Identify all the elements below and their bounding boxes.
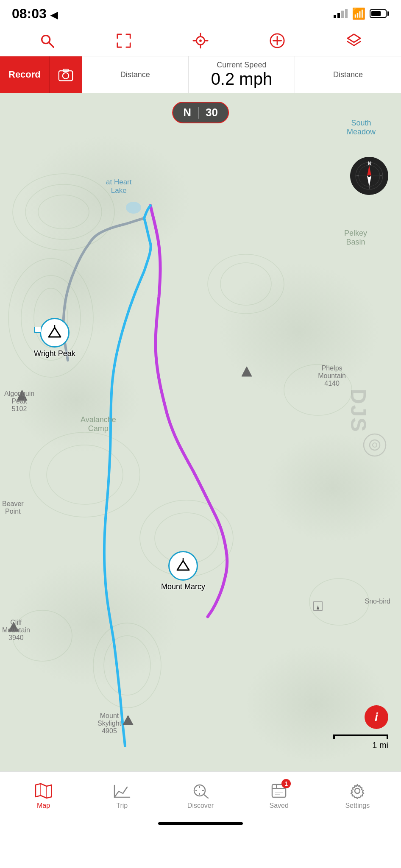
wifi-icon: 📶 bbox=[352, 7, 365, 20]
svg-line-62 bbox=[203, 794, 208, 798]
map-icon bbox=[35, 782, 52, 799]
compass-rose: N bbox=[350, 157, 388, 195]
svg-line-1 bbox=[48, 42, 53, 47]
signal-icon bbox=[334, 9, 348, 18]
expand-button[interactable] bbox=[114, 31, 134, 51]
toolbar bbox=[0, 25, 401, 56]
map-label-snobird: Sno-bird bbox=[365, 598, 390, 605]
info-button[interactable]: i bbox=[365, 705, 388, 729]
map-label-beaver: BeaverPoint bbox=[2, 500, 24, 515]
map-container[interactable]: DJS N 30 N bbox=[0, 93, 401, 771]
saved-badge: 1 bbox=[281, 779, 291, 788]
status-bar: 08:03 ◀ 📶 bbox=[0, 0, 401, 25]
layers-button[interactable] bbox=[344, 31, 364, 51]
settings-icon bbox=[349, 782, 366, 799]
map-label-avalanche: AvalancheCamp bbox=[81, 415, 116, 433]
discover-icon bbox=[192, 782, 209, 799]
add-button[interactable] bbox=[267, 31, 287, 51]
nav-label-settings: Settings bbox=[345, 802, 370, 810]
svg-marker-11 bbox=[348, 34, 360, 42]
map-label-heart-lake: at HeartLake bbox=[106, 178, 131, 195]
saved-icon: 1 bbox=[270, 782, 287, 799]
stat-right-label: Distance bbox=[333, 70, 363, 79]
nav-item-trip[interactable]: Trip bbox=[105, 782, 139, 810]
trip-icon bbox=[114, 782, 131, 799]
stat-center-label: Current Speed bbox=[217, 61, 266, 70]
nav-label-discover: Discover bbox=[187, 802, 214, 810]
nav-item-saved[interactable]: 1 Saved bbox=[262, 782, 296, 810]
compass-zoom: 30 bbox=[206, 106, 218, 119]
scale-bar: 1 mi bbox=[333, 734, 388, 750]
nav-item-map[interactable]: Map bbox=[27, 782, 61, 810]
record-button[interactable]: Record bbox=[0, 56, 49, 93]
camera-button[interactable] bbox=[49, 56, 82, 93]
wright-peak-label: Wright Peak bbox=[34, 349, 75, 358]
status-icons: 📶 bbox=[334, 7, 389, 20]
map-label-phelps: PhelpsMountain4140 bbox=[318, 364, 346, 387]
map-label-pelkey-basin: PelkeyBasin bbox=[344, 229, 367, 247]
mount-marcy-label: Mount Marcy bbox=[161, 582, 205, 591]
nav-item-discover[interactable]: Discover bbox=[184, 782, 217, 810]
svg-marker-38 bbox=[317, 605, 319, 609]
locate-button[interactable] bbox=[190, 31, 211, 51]
action-bar: Record Distance Current Speed 0.2 mph Di… bbox=[0, 56, 401, 93]
compass-direction: N bbox=[183, 106, 191, 119]
svg-marker-52 bbox=[49, 328, 61, 337]
trails-svg bbox=[0, 93, 401, 771]
nav-label-trip: Trip bbox=[116, 802, 128, 810]
svg-marker-36 bbox=[123, 715, 133, 725]
svg-marker-54 bbox=[177, 561, 189, 570]
compass-indicator: N 30 bbox=[172, 102, 229, 123]
nav-item-settings[interactable]: Settings bbox=[340, 782, 374, 810]
mount-marcy-circle bbox=[168, 551, 198, 581]
stats-area: Distance Current Speed 0.2 mph Distance bbox=[82, 56, 401, 93]
bottom-nav: Map Trip Discover bbox=[0, 771, 401, 818]
map-label-south-meadow: SouthMeadow bbox=[347, 119, 376, 136]
status-time: 08:03 ◀ bbox=[12, 6, 58, 22]
stat-right: Distance bbox=[295, 56, 401, 93]
stat-left-label: Distance bbox=[120, 70, 150, 79]
search-button[interactable] bbox=[37, 31, 57, 51]
svg-marker-56 bbox=[36, 784, 52, 798]
battery-icon bbox=[370, 9, 389, 18]
svg-point-72 bbox=[355, 788, 360, 793]
stat-center-value: 0.2 mph bbox=[211, 70, 273, 89]
svg-marker-34 bbox=[242, 367, 252, 376]
map-label-algonquin: AlgonquinPeak5102 bbox=[4, 390, 34, 413]
svg-point-13 bbox=[63, 73, 69, 79]
wright-peak-circle bbox=[40, 318, 70, 348]
svg-point-32 bbox=[126, 202, 141, 214]
svg-point-3 bbox=[199, 39, 202, 42]
marker-mount-marcy[interactable]: Mount Marcy bbox=[161, 551, 205, 591]
marker-wright-peak[interactable]: Wright Peak bbox=[34, 318, 75, 358]
map-label-skylight: MountSkylight4905 bbox=[97, 712, 121, 735]
stat-left: Distance bbox=[82, 56, 188, 93]
scale-label: 1 mi bbox=[372, 740, 388, 750]
map-label-cliff: CliffMountain3940 bbox=[2, 619, 30, 642]
home-indicator bbox=[158, 822, 243, 825]
stat-center: Current Speed 0.2 mph bbox=[188, 56, 295, 93]
nav-label-map: Map bbox=[37, 802, 50, 810]
nav-label-saved: Saved bbox=[269, 802, 288, 810]
